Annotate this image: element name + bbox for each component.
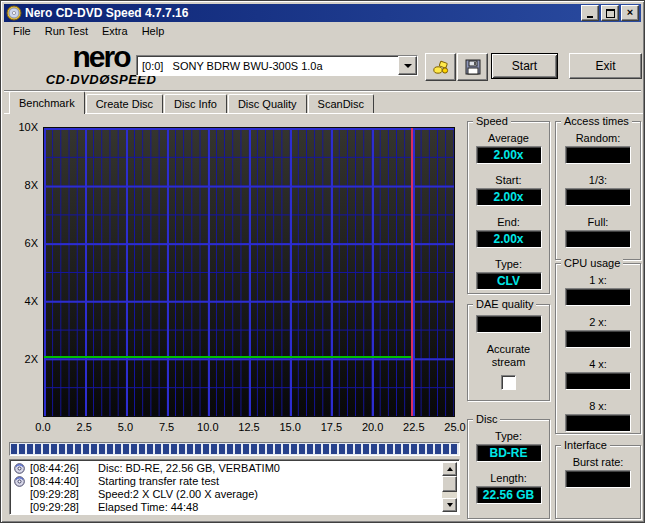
x-tick-label: 10.0: [197, 421, 218, 433]
disc-event-icon: [13, 476, 26, 487]
field-label: 1 x:: [589, 274, 607, 286]
group-title: Interface: [561, 439, 610, 451]
field-value: 22.56 GB: [476, 486, 542, 504]
x-tick-label: 25.0: [444, 421, 465, 433]
menu-help[interactable]: Help: [135, 23, 172, 39]
field-value: [565, 330, 631, 348]
log-message: Speed:2 X CLV (2.00 X average): [92, 488, 258, 501]
scroll-up-button[interactable]: [442, 462, 457, 476]
menubar: File Run Test Extra Help: [4, 22, 641, 39]
log-listbox[interactable]: [08:44:26]Disc: BD-RE, 22.56 GB, VERBATI…: [9, 459, 460, 515]
dae-quality-value: [476, 315, 542, 333]
tab-create-disc[interactable]: Create Disc: [86, 94, 163, 113]
window-title: Nero CD-DVD Speed 4.7.7.16: [25, 6, 578, 20]
log-timestamp: [09:29:28]: [30, 488, 88, 501]
field-label: Burst rate:: [573, 456, 624, 468]
menu-run-test[interactable]: Run Test: [38, 23, 95, 39]
group-title: DAE quality: [473, 298, 536, 310]
accurate-stream-checkbox[interactable]: [501, 375, 516, 390]
chevron-down-icon[interactable]: [398, 56, 417, 75]
test-progress-bar: [9, 442, 460, 456]
y-tick-label: 4X: [25, 295, 38, 307]
menu-extra[interactable]: Extra: [95, 23, 135, 39]
tabstrip: Benchmark Create Disc Disc Info Disc Qua…: [9, 91, 375, 114]
log-entry[interactable]: [09:29:28]Elapsed Time: 44:48: [13, 501, 440, 514]
x-tick-label: 12.5: [238, 421, 259, 433]
field-label: Length:: [490, 472, 527, 484]
field-value: BD-RE: [476, 444, 542, 462]
tab-benchmark[interactable]: Benchmark: [9, 91, 85, 114]
group-title: Speed: [473, 115, 511, 127]
field-value: [565, 372, 631, 390]
x-tick-label: 2.5: [77, 421, 92, 433]
group-title: Disc: [473, 413, 500, 425]
disc-panel: Disc Type:BD-RELength:22.56 GB: [467, 419, 550, 519]
y-tick-label: 6X: [25, 237, 38, 249]
y-axis-ticks: 10X8X6X4X2X: [9, 127, 38, 417]
y-tick-label: 2X: [25, 353, 38, 365]
log-timestamp: [08:44:26]: [30, 462, 88, 475]
exit-button[interactable]: Exit: [569, 53, 642, 79]
log-entry[interactable]: [08:44:40]Starting transfer rate test: [13, 475, 440, 488]
chevron-up-icon: [447, 467, 453, 471]
x-tick-label: 15.0: [279, 421, 300, 433]
log-scrollbar[interactable]: [442, 462, 457, 512]
drive-select[interactable]: [0:0] SONY BDRW BWU-300S 1.0a: [136, 55, 418, 76]
scrollbar-thumb[interactable]: [442, 476, 457, 492]
menu-file[interactable]: File: [6, 23, 38, 39]
close-button[interactable]: ×: [621, 5, 639, 21]
speed-panel: Speed Average2.00xStart:2.00xEnd:2.00xTy…: [467, 121, 550, 294]
access-times-panel: Access times Random:1/3:Full:: [555, 121, 641, 260]
minimize-icon: [587, 16, 593, 18]
x-axis-ticks: 0.02.55.07.510.012.515.017.520.022.525.0: [43, 421, 455, 435]
tab-scandisc[interactable]: ScanDisc: [308, 94, 374, 113]
field-label: Average: [488, 132, 529, 144]
field-label: 2 x:: [589, 316, 607, 328]
interface-panel: Interface Burst rate:: [555, 445, 641, 519]
header: nero CD·DVDØSPEED [0:0] SONY BDRW BWU-30…: [4, 39, 641, 90]
x-tick-label: 7.5: [159, 421, 174, 433]
log-message: Starting transfer rate test: [92, 475, 219, 488]
field-value: [565, 188, 631, 206]
field-label: End:: [497, 216, 520, 228]
scroll-down-button[interactable]: [442, 498, 457, 512]
field-label: Full:: [588, 216, 609, 228]
log-entry[interactable]: [08:44:26]Disc: BD-RE, 22.56 GB, VERBATI…: [13, 462, 440, 475]
benchmark-chart: 10X8X6X4X2X 0.02.55.07.510.012.515.017.5…: [9, 117, 461, 439]
field-value: [565, 288, 631, 306]
tab-disc-quality[interactable]: Disc Quality: [228, 94, 307, 113]
field-label: Type:: [495, 258, 522, 270]
position-cursor-line: [411, 128, 413, 416]
close-icon: ×: [627, 7, 633, 18]
field-value: [565, 230, 631, 248]
progress-fill: [11, 444, 458, 454]
dae-quality-panel: DAE quality Accurate stream: [467, 304, 550, 401]
disc-event-icon: [13, 463, 26, 474]
titlebar: Nero CD-DVD Speed 4.7.7.16 ×: [4, 4, 641, 22]
chart-plot: [43, 127, 455, 417]
save-button[interactable]: [457, 53, 488, 81]
start-button[interactable]: Start: [491, 53, 558, 79]
drive-select-value: [0:0] SONY BDRW BWU-300S 1.0a: [142, 60, 398, 72]
field-label: Start:: [495, 174, 521, 186]
field-value: [565, 470, 631, 488]
maximize-icon: [606, 9, 615, 18]
cpu-usage-panel: CPU usage 1 x:2 x:4 x:8 x:: [555, 263, 641, 434]
app-icon[interactable]: [6, 5, 22, 21]
log-entry[interactable]: [09:29:28]Speed:2 X CLV (2.00 X average): [13, 488, 440, 501]
field-value: [565, 414, 631, 432]
save-icon: [465, 59, 481, 75]
log-timestamp: [09:29:28]: [30, 501, 88, 514]
options-icon: [432, 58, 450, 76]
app-window: Nero CD-DVD Speed 4.7.7.16 × File Run Te…: [0, 0, 645, 523]
maximize-button[interactable]: [601, 5, 619, 21]
accurate-stream-label: Accurate stream: [478, 343, 540, 369]
x-tick-label: 5.0: [118, 421, 133, 433]
x-tick-label: 0.0: [35, 421, 50, 433]
field-value: 2.00x: [476, 188, 542, 206]
minimize-button[interactable]: [581, 5, 599, 21]
log-timestamp: [08:44:40]: [30, 475, 88, 488]
x-tick-label: 20.0: [362, 421, 383, 433]
tab-disc-info[interactable]: Disc Info: [164, 94, 227, 113]
options-button[interactable]: [425, 53, 456, 81]
